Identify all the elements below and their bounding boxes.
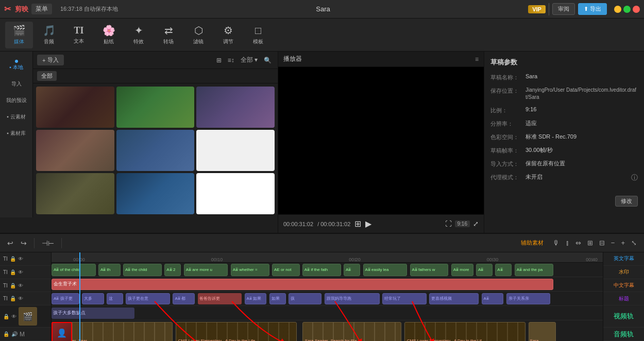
- video-clip-4[interactable]: CMS Lower Elementary - A Day in the Lif: [404, 322, 526, 342]
- sidebar-item-library[interactable]: ▪ 素材库: [0, 126, 32, 141]
- tool-effect[interactable]: ✦ 特效: [125, 22, 152, 48]
- media-thumb-2[interactable]: [116, 87, 195, 128]
- undo-button[interactable]: ↩: [5, 238, 15, 248]
- play-button[interactable]: ▶: [365, 219, 371, 229]
- tool-sticker[interactable]: 🌸 贴纸: [95, 22, 123, 48]
- clip-sub-7[interactable]: AE or not: [272, 264, 300, 276]
- tool-transition[interactable]: ⇄ 转场: [155, 22, 182, 48]
- clip-cn-14[interactable]: 亲子关系亲: [506, 293, 551, 304]
- track1-lock-icon[interactable]: 🔒: [10, 256, 16, 262]
- clip-cn-10[interactable]: 跟我妈导导跑: [325, 293, 380, 304]
- edit-params-button[interactable]: 修改: [615, 196, 638, 207]
- close-button[interactable]: [633, 6, 640, 13]
- clip-sub-9[interactable]: Aⅲ: [344, 264, 360, 276]
- clip-cn-3[interactable]: 这: [107, 293, 123, 304]
- zoom-in-button[interactable]: +: [619, 238, 627, 248]
- track4-lock-icon[interactable]: 🔒: [10, 296, 16, 301]
- clip-sub-3[interactable]: Aⅲ the child: [123, 264, 162, 276]
- proxy-info-icon[interactable]: ⓘ: [631, 173, 638, 182]
- unlink-button[interactable]: ⊟: [597, 238, 607, 248]
- grid-lines-button[interactable]: ⊞: [354, 219, 361, 229]
- track3-lock-icon[interactable]: 🔒: [10, 283, 16, 288]
- fit-button[interactable]: ⤡: [629, 238, 639, 248]
- clip-sub-12[interactable]: Aⅲ more: [451, 264, 473, 276]
- menu-button[interactable]: 菜单: [31, 4, 52, 14]
- track1-vis-icon[interactable]: 👁: [18, 256, 23, 262]
- clip-sub-15[interactable]: Aⅲ and the pa: [515, 264, 553, 276]
- tool-adjust[interactable]: ⚙ 调节: [214, 22, 242, 48]
- fullscreen-button[interactable]: ⛶: [445, 220, 452, 228]
- track6-vis-icon[interactable]: 🔊: [11, 331, 18, 337]
- clip-sub-1[interactable]: Aⅲ of the child: [52, 264, 96, 276]
- track2-lock-icon[interactable]: 🔒: [10, 269, 16, 275]
- tool-media[interactable]: 🎬 媒体: [5, 22, 33, 48]
- sort-button[interactable]: ≡↕: [226, 56, 236, 65]
- track2-vis-icon[interactable]: 👁: [18, 269, 23, 275]
- tool-template[interactable]: □ 模板: [244, 22, 272, 48]
- media-thumb-9[interactable]: [196, 173, 275, 214]
- clip-cn-4[interactable]: 孩子更在意: [126, 293, 170, 304]
- video-clip-3[interactable]: Sara Seager- Search for Pla: [302, 322, 402, 342]
- clip-cn-9[interactable]: 孩: [289, 293, 321, 304]
- clip-cn-13[interactable]: Aⅲ: [482, 293, 504, 304]
- clip-sub-4[interactable]: Aⅲ 2: [164, 264, 181, 276]
- redo-button[interactable]: ↪: [19, 238, 29, 248]
- right-label-en[interactable]: 英文字幕: [603, 252, 644, 266]
- track4-vis-icon[interactable]: 👁: [18, 296, 23, 301]
- vip-badge[interactable]: VIP: [528, 5, 546, 13]
- clip-sub-6[interactable]: Aⅲ whether =: [231, 264, 269, 276]
- clip-cn-1[interactable]: Aⅲ 孩子更: [52, 293, 79, 304]
- media-thumb-5[interactable]: [116, 130, 195, 171]
- clip-cn-6[interactable]: 爸爸告诉更: [198, 293, 242, 304]
- video-clip-2[interactable]: CMS Lower Elementary - A Day in the Life…: [176, 322, 297, 342]
- snap-button[interactable]: ⫿: [564, 238, 571, 248]
- track5-vis-icon[interactable]: 👁: [11, 314, 16, 319]
- track6-mute-icon[interactable]: M: [20, 331, 25, 338]
- sidebar-item-cloud[interactable]: ▪ 云素材: [0, 109, 32, 125]
- review-button[interactable]: 审阅: [552, 3, 575, 15]
- import-button[interactable]: + 导入: [37, 55, 64, 65]
- split-button[interactable]: ⊣⊢: [40, 238, 56, 248]
- clip-cn-11[interactable]: 经常玩了: [382, 293, 427, 304]
- mic-button[interactable]: 🎙: [551, 238, 562, 248]
- player-menu-icon[interactable]: ≡: [475, 56, 479, 63]
- right-label-audio[interactable]: 音频轨: [603, 328, 644, 341]
- tool-audio[interactable]: 🎵 音频: [35, 22, 63, 48]
- clip-sub-8[interactable]: Aⅲ if the fath: [302, 264, 341, 276]
- media-thumb-3[interactable]: [196, 87, 275, 128]
- export-button[interactable]: ⬆ 导出: [578, 3, 607, 15]
- clip-sub-2[interactable]: Aⅲ th: [98, 264, 121, 276]
- media-thumb-1[interactable]: [36, 87, 114, 128]
- clip-title-1[interactable]: 孩子大多数缺点: [52, 308, 134, 319]
- clip-cn-8[interactable]: 如果: [269, 293, 286, 304]
- clip-sub-13[interactable]: Aⅲ: [476, 264, 493, 276]
- sidebar-item-local[interactable]: ▪ 本地: [0, 56, 32, 75]
- media-thumb-6[interactable]: [196, 130, 275, 171]
- right-label-watermark[interactable]: 水印: [603, 266, 644, 279]
- clip-cn-5[interactable]: Aⅲ 都: [173, 293, 195, 304]
- minimize-button[interactable]: [614, 6, 621, 13]
- clip-cn-7[interactable]: Aⅲ 如果: [245, 293, 267, 304]
- sidebar-item-import[interactable]: 导入: [0, 76, 32, 92]
- all-filter-button[interactable]: 全部 ▾: [239, 55, 260, 65]
- track6-lock-icon[interactable]: 🔒: [3, 331, 9, 337]
- clip-cn-2[interactable]: 大多: [82, 293, 104, 304]
- clip-cn-12[interactable]: 更喜感视频: [429, 293, 479, 304]
- right-label-cn[interactable]: 中文字幕: [603, 279, 644, 293]
- video-clip-5[interactable]: Sara: [529, 322, 556, 342]
- track3-vis-icon[interactable]: 👁: [18, 283, 23, 288]
- clip-sub-14[interactable]: Aⅲ: [495, 264, 512, 276]
- magnet-button[interactable]: ⇔: [573, 238, 583, 248]
- media-thumb-7[interactable]: [36, 173, 114, 214]
- right-label-video[interactable]: 视频轨: [603, 305, 644, 328]
- clip-main-track[interactable]: 会生育子术: [52, 279, 553, 290]
- tool-text[interactable]: TI 文本: [65, 22, 93, 48]
- clip-sub-5[interactable]: Aⅲ are more u: [184, 264, 228, 276]
- link-button[interactable]: ⊞: [585, 238, 595, 248]
- filter-all[interactable]: 全部: [37, 71, 57, 81]
- sidebar-item-preset[interactable]: 我的预设: [0, 93, 32, 108]
- search-button[interactable]: 🔍: [262, 56, 274, 65]
- clip-sub-11[interactable]: Aⅲ fathers w: [410, 264, 449, 276]
- track5-lock-icon[interactable]: 🔒: [3, 314, 9, 319]
- maximize-button[interactable]: [623, 6, 631, 13]
